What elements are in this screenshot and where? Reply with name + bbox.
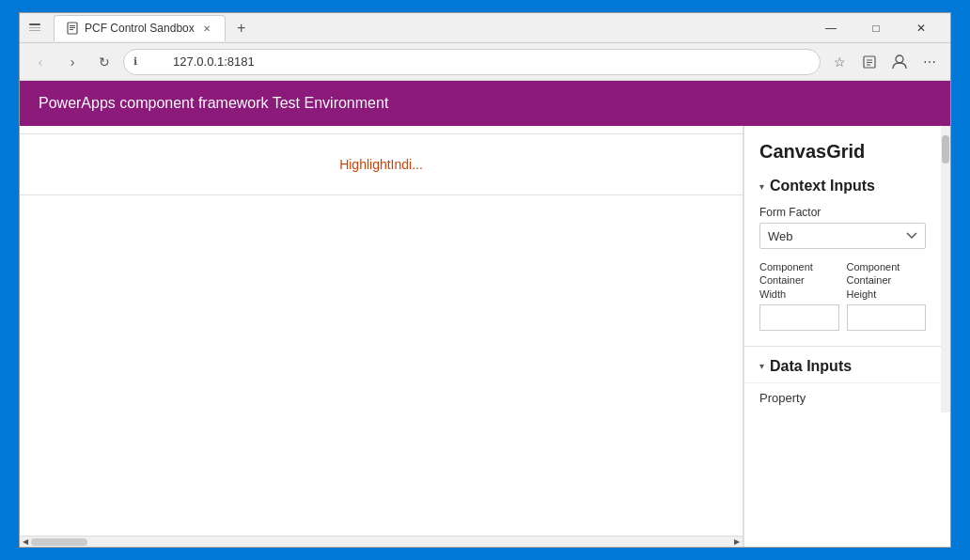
minimize-button[interactable]: — [809, 13, 853, 43]
address-bar: ‹ › ↻ ℹ 127.0.0.1:8181 ☆ [20, 43, 950, 81]
width-input[interactable] [759, 304, 839, 331]
title-bar: PCF Control Sandbox ✕ + — □ ✕ [20, 13, 950, 43]
context-inputs-title: Context Inputs [770, 178, 875, 194]
data-inputs-header[interactable]: ▾ Data Inputs [744, 350, 941, 382]
width-label: ComponentContainerWidth [759, 260, 839, 301]
more-button[interactable]: ⋯ [916, 49, 943, 75]
browser-icon [27, 21, 42, 36]
address-field[interactable]: ℹ 127.0.0.1:8181 [123, 49, 821, 75]
new-tab-button[interactable]: + [229, 16, 254, 40]
height-label: ComponentContainerHeight [847, 260, 927, 301]
profile-button[interactable] [886, 49, 913, 75]
main-area: HighlightIndi... ◀ ▶ [20, 126, 950, 547]
top-divider [20, 133, 743, 134]
favorites-icon-button[interactable]: ☆ [826, 49, 853, 75]
height-field: ComponentContainerHeight [847, 260, 927, 331]
container-dimensions: ComponentContainerWidth ComponentContain… [759, 260, 926, 331]
scrollbar-thumb[interactable] [31, 538, 87, 546]
tab-title: PCF Control Sandbox [85, 22, 195, 35]
profile-icon [891, 54, 908, 70]
collections-icon [862, 54, 877, 70]
height-input[interactable] [847, 304, 927, 331]
title-bar-controls: — □ ✕ [809, 13, 943, 43]
svg-point-11 [896, 55, 903, 63]
forward-button[interactable]: › [59, 49, 86, 75]
content-area: HighlightIndi... ◀ ▶ [20, 126, 743, 547]
lock-icon: ℹ [133, 55, 137, 68]
toolbar-icons: ☆ ⋯ [826, 49, 943, 75]
app-banner: PowerApps component framework Test Envir… [20, 81, 950, 126]
back-button[interactable]: ‹ [27, 49, 54, 75]
property-row: Property [744, 382, 941, 412]
close-button[interactable]: ✕ [900, 13, 943, 43]
highlight-link[interactable]: HighlightIndi... [20, 142, 743, 187]
section-divider [744, 346, 941, 347]
context-inputs-content: Form Factor Web Tablet Phone ComponentCo… [744, 202, 941, 342]
bottom-divider [20, 194, 743, 195]
svg-rect-0 [29, 23, 40, 25]
browser-content: PowerApps component framework Test Envir… [20, 81, 950, 547]
context-inputs-chevron: ▾ [759, 181, 764, 192]
scroll-right-arrow[interactable]: ▶ [731, 537, 743, 548]
sidebar: CanvasGrid ▾ Context Inputs Form Factor … [743, 126, 950, 547]
refresh-button[interactable]: ↻ [91, 49, 117, 75]
data-inputs-title: Data Inputs [770, 358, 852, 375]
width-field: ComponentContainerWidth [759, 260, 839, 331]
collections-icon-button[interactable] [856, 49, 883, 75]
form-factor-select[interactable]: Web Tablet Phone [759, 223, 926, 249]
tab-close-button[interactable]: ✕ [200, 22, 213, 35]
svg-rect-1 [29, 27, 40, 28]
sidebar-title: CanvasGrid [744, 126, 941, 170]
tab-page-icon [66, 22, 79, 35]
scroll-left-arrow[interactable]: ◀ [20, 537, 31, 548]
context-inputs-header[interactable]: ▾ Context Inputs [744, 170, 941, 202]
title-bar-left: PCF Control Sandbox ✕ + [27, 15, 254, 41]
browser-window: PCF Control Sandbox ✕ + — □ ✕ ‹ › ↻ ℹ 12… [19, 12, 951, 548]
property-label: Property [759, 391, 806, 405]
sidebar-scrollbar[interactable] [941, 126, 950, 412]
data-inputs-chevron: ▾ [759, 361, 764, 371]
tab-container: PCF Control Sandbox ✕ + [54, 15, 254, 41]
form-factor-label: Form Factor [759, 206, 926, 219]
horizontal-scrollbar[interactable]: ◀ ▶ [20, 536, 743, 547]
app-banner-title: PowerApps component framework Test Envir… [39, 95, 388, 112]
svg-rect-2 [29, 30, 40, 31]
active-tab[interactable]: PCF Control Sandbox ✕ [54, 15, 226, 41]
url-text: 127.0.0.1:8181 [173, 54, 255, 69]
maximize-button[interactable]: □ [854, 13, 898, 43]
sidebar-scroll-thumb[interactable] [942, 135, 949, 163]
scrollbar-track [31, 538, 731, 546]
